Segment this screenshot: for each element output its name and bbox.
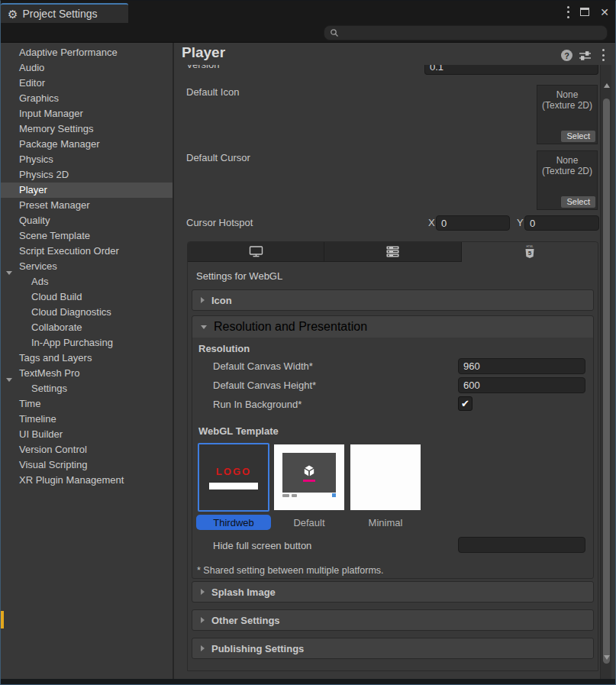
svg-text:HTML: HTML bbox=[526, 245, 533, 248]
edge-warning-strip bbox=[1, 611, 4, 628]
default-template-footer bbox=[282, 493, 336, 498]
sidebar-item-tags-and-layers[interactable]: Tags and Layers bbox=[1, 351, 173, 366]
template-card-default[interactable] bbox=[274, 444, 344, 510]
template-label-thirdweb[interactable]: Thirdweb bbox=[196, 515, 271, 530]
foldout-icon-section[interactable]: Icon bbox=[192, 289, 594, 311]
sidebar-item-cloud-build[interactable]: Cloud Build bbox=[1, 289, 173, 305]
sidebar-item-package-manager[interactable]: Package Manager bbox=[1, 137, 173, 152]
select-cursor-button[interactable]: Select bbox=[561, 196, 595, 208]
scroll-down-icon[interactable] bbox=[604, 660, 610, 674]
monitor-icon bbox=[249, 246, 263, 257]
panel-menu-icon[interactable] bbox=[601, 49, 605, 61]
tab-desktop[interactable] bbox=[188, 242, 324, 262]
gear-icon: ⚙ bbox=[8, 8, 18, 20]
sidebar-item-physics-2d[interactable]: Physics 2D bbox=[1, 167, 173, 183]
foldout-collapsed-icon bbox=[201, 589, 205, 595]
sidebar-item-adaptive-performance[interactable]: Adaptive Performance bbox=[1, 45, 173, 60]
hotspot-y-label: Y bbox=[517, 217, 524, 228]
sidebar-item-visual-scripting[interactable]: Visual Scripting bbox=[1, 457, 173, 473]
sidebar-item-physics[interactable]: Physics bbox=[1, 152, 173, 167]
sidebar-item-textmesh-pro[interactable]: TextMesh Pro bbox=[1, 366, 173, 381]
sidebar-item-timeline[interactable]: Timeline bbox=[1, 412, 173, 427]
default-cursor-label: Default Cursor bbox=[186, 152, 250, 163]
search-box[interactable] bbox=[324, 25, 608, 40]
help-icon[interactable]: ? bbox=[561, 50, 572, 61]
version-field[interactable]: 0.1 bbox=[424, 65, 598, 75]
sidebar-item-tmp-settings[interactable]: Settings bbox=[1, 381, 173, 396]
resolution-subheader: Resolution bbox=[198, 343, 250, 354]
close-icon[interactable]: ✕ bbox=[600, 7, 609, 18]
titlebar: ⚙ Project Settings ✕ bbox=[1, 1, 615, 23]
hide-fullscreen-field[interactable] bbox=[458, 537, 585, 553]
html5-icon: HTML 5 bbox=[524, 245, 536, 260]
sidebar-item-audio[interactable]: Audio bbox=[1, 60, 173, 76]
sidebar-item-services[interactable]: Services bbox=[1, 259, 173, 274]
sidebar-item-in-app-purchasing[interactable]: In-App Purchasing bbox=[1, 335, 173, 351]
foldout-collapsed-icon bbox=[201, 617, 205, 623]
hide-fullscreen-label: Hide full screen button bbox=[213, 540, 311, 551]
unity-loading-bar bbox=[303, 480, 315, 482]
tab-dedicated-server[interactable] bbox=[324, 242, 461, 262]
sidebar-item-collaborate[interactable]: Collaborate bbox=[1, 320, 173, 335]
sidebar-item-ads[interactable]: Ads bbox=[1, 274, 173, 289]
run-in-background-checkbox[interactable]: ✔ bbox=[458, 396, 472, 411]
search-icon bbox=[330, 28, 339, 37]
window-tab-project-settings[interactable]: ⚙ Project Settings bbox=[1, 3, 128, 23]
sidebar-item-version-control[interactable]: Version Control bbox=[1, 442, 173, 457]
thirdweb-logo-text: LOGO bbox=[216, 466, 251, 477]
sidebar-item-cloud-diagnostics[interactable]: Cloud Diagnostics bbox=[1, 305, 173, 320]
foldout-other-settings[interactable]: Other Settings bbox=[192, 609, 594, 631]
window-bottom-frame bbox=[1, 679, 615, 685]
foldout-publishing-settings[interactable]: Publishing Settings bbox=[192, 638, 594, 659]
sidebar-item-script-execution-order[interactable]: Script Execution Order bbox=[1, 244, 173, 259]
preset-icon[interactable] bbox=[579, 50, 592, 61]
sidebar-item-quality[interactable]: Quality bbox=[1, 213, 173, 228]
sidebar-item-scene-template[interactable]: Scene Template bbox=[1, 228, 173, 244]
sidebar-item-xr-plugin-management[interactable]: XR Plugin Management bbox=[1, 473, 173, 488]
template-label-default[interactable]: Default bbox=[274, 515, 344, 530]
sidebar-item-graphics[interactable]: Graphics bbox=[1, 91, 173, 106]
template-card-minimal[interactable] bbox=[350, 444, 421, 510]
search-input[interactable] bbox=[343, 27, 595, 38]
resolution-presentation-section: Resolution and Presentation Resolution D… bbox=[192, 315, 594, 579]
template-card-thirdweb[interactable]: LOGO bbox=[198, 443, 269, 512]
tab-webgl[interactable]: HTML 5 bbox=[462, 242, 598, 262]
default-cursor-picker[interactable]: None (Texture 2D) Select bbox=[537, 150, 598, 210]
run-in-background-label: Run In Background* bbox=[213, 399, 302, 410]
default-template-canvas bbox=[282, 453, 336, 493]
foldout-splash-image[interactable]: Splash Image bbox=[192, 581, 594, 603]
unity-logo-icon bbox=[302, 464, 316, 478]
page-title: Player bbox=[182, 44, 225, 61]
scroll-up-icon[interactable] bbox=[604, 70, 610, 84]
canvas-width-field[interactable] bbox=[458, 358, 585, 374]
canvas-width-label: Default Canvas Width* bbox=[213, 360, 313, 372]
sidebar-item-memory-settings[interactable]: Memory Settings bbox=[1, 121, 173, 137]
sidebar-item-editor[interactable]: Editor bbox=[1, 76, 173, 91]
sidebar-item-preset-manager[interactable]: Preset Manager bbox=[1, 198, 173, 213]
maximize-icon[interactable] bbox=[580, 8, 589, 16]
hotspot-x-field[interactable] bbox=[436, 215, 510, 231]
hotspot-y-field[interactable] bbox=[524, 215, 599, 231]
thirdweb-loading-bar bbox=[209, 483, 258, 490]
foldout-resolution-presentation[interactable]: Resolution and Presentation bbox=[192, 316, 593, 338]
server-icon bbox=[386, 246, 399, 257]
sidebar-item-ui-builder[interactable]: UI Builder bbox=[1, 427, 173, 442]
platform-tab-strip: HTML 5 bbox=[188, 242, 598, 262]
vertical-scrollbar[interactable] bbox=[600, 65, 611, 679]
shared-setting-footnote: * Shared setting between multiple platfo… bbox=[197, 565, 384, 576]
template-label-minimal[interactable]: Minimal bbox=[350, 515, 421, 530]
foldout-collapsed-icon bbox=[201, 297, 205, 303]
canvas-height-field[interactable] bbox=[458, 377, 585, 393]
window-menu-icon[interactable] bbox=[566, 6, 569, 18]
foldout-expanded-icon bbox=[201, 325, 207, 329]
hotspot-x-label: X bbox=[428, 217, 435, 228]
select-icon-button[interactable]: Select bbox=[561, 131, 595, 142]
svg-text:5: 5 bbox=[528, 250, 532, 257]
sidebar-item-time[interactable]: Time bbox=[1, 396, 173, 412]
scrollbar-thumb[interactable] bbox=[603, 99, 610, 664]
default-icon-picker[interactable]: None (Texture 2D) Select bbox=[537, 85, 598, 144]
sidebar-item-input-manager[interactable]: Input Manager bbox=[1, 106, 173, 121]
settings-sidebar: Adaptive Performance Audio Editor Graphi… bbox=[1, 43, 174, 679]
sidebar-item-player[interactable]: Player bbox=[1, 183, 173, 198]
cursor-hotspot-label: Cursor Hotspot bbox=[186, 217, 253, 228]
